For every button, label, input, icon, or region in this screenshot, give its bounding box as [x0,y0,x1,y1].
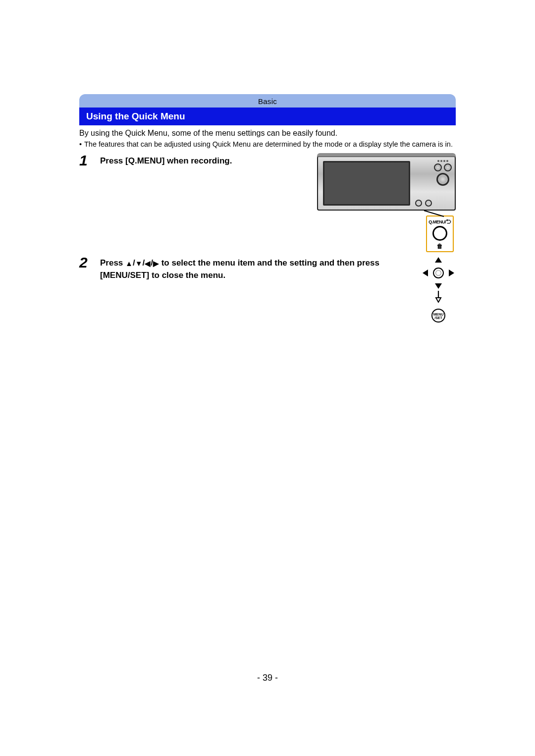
note-text: • The features that can be adjusted usin… [79,140,456,150]
trash-icon: 🗑 [437,243,443,250]
camera-buttons [434,160,452,186]
svg-marker-2 [436,298,441,302]
camera-dpad-icon [436,173,449,186]
camera-button-icon [415,200,422,207]
camera-illustration: Q.MENU/⮌ 🗑 [317,155,456,252]
menuset-button-icon: MENU /SET [431,309,445,323]
chapter-tab: Basic [79,94,456,108]
step-number: 1 [79,153,92,168]
step-text-pre: Press [100,258,125,268]
manual-page: Basic Using the Quick Menu By using the … [79,94,456,325]
step-text: Press [Q.MENU] when recording. [100,153,309,167]
step-1: 1 Press [Q.MENU] when recording. [79,153,456,252]
up-triangle-icon: ▲ [125,259,133,268]
camera-body [317,155,456,211]
camera-button-icon [425,200,432,207]
step-number: 2 [79,255,92,270]
intro-text: By using the Quick Menu, some of the men… [79,125,456,140]
steps-list: 1 Press [Q.MENU] when recording. [79,153,456,323]
qmenu-label: Q.MENU/⮌ [428,219,451,224]
step-text: Press ▲/▼/◀/▶ to select the menu item an… [100,257,411,281]
step-1-figure: Q.MENU/⮌ 🗑 [317,153,456,252]
camera-screen [323,161,410,206]
camera-button-icon [434,163,442,171]
step-2: 2 Press ▲/▼/◀/▶ to select the menu item … [79,255,456,323]
right-triangle-icon: ▶ [153,259,159,268]
menuset-label-2: /SET [432,316,444,320]
down-triangle-icon: ▼ [135,259,143,268]
qmenu-callout: Q.MENU/⮌ 🗑 [426,216,454,252]
menuset-label-1: MENU [432,313,444,316]
step-2-figure: MENU /SET [421,257,456,323]
left-triangle-icon: ◀ [145,259,151,268]
pointer-line-icon [422,210,447,217]
section-title: Using the Quick Menu [79,108,456,125]
camera-button-icon [444,163,452,171]
page-number: - 39 - [79,673,456,683]
svg-line-0 [424,211,444,216]
down-arrow-icon [435,290,442,307]
dpad-icon [425,259,452,287]
note-body: The features that can be adjusted using … [84,140,453,150]
qmenu-button-icon [432,226,447,241]
